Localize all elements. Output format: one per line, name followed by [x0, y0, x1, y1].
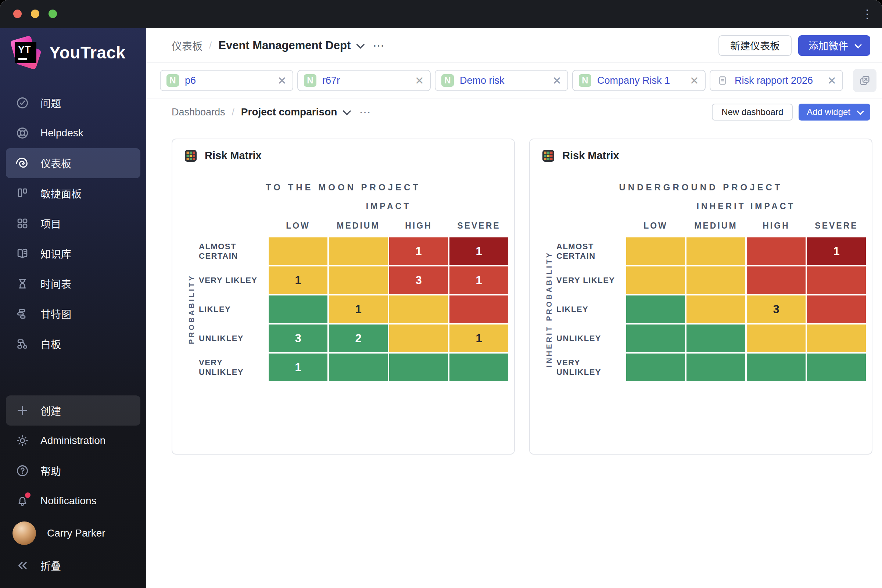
- matrix-cell-yellow: [626, 237, 685, 265]
- page-header: 仪表板 / Event Management Dept ⋯ 新建仪表板 添加微件: [146, 28, 882, 63]
- sidebar-item-dashboards[interactable]: 仪表板: [6, 148, 140, 178]
- youtrack-logo-icon: YT: [10, 38, 40, 67]
- dashboard-name[interactable]: Project comparison: [241, 106, 337, 118]
- row-label: VERY UNLIKLEY: [199, 354, 268, 381]
- filter-tab-company-risk-1[interactable]: NCompany Risk 1✕: [572, 70, 706, 91]
- matrix-cell-green: 1: [268, 354, 327, 381]
- zoom-button[interactable]: [48, 9, 57, 18]
- chevron-down-icon[interactable]: [357, 40, 365, 48]
- column-header-low: LOW: [268, 221, 327, 231]
- row-label: VERY LIKLEY: [199, 266, 268, 294]
- sidebar-item-user-profile[interactable]: Carry Parker: [6, 516, 140, 550]
- sidebar-item-label: 项目: [40, 216, 61, 231]
- help-icon: [15, 464, 29, 478]
- column-header-high: HIGH: [389, 221, 448, 231]
- close-button[interactable]: [13, 9, 22, 18]
- sidebar-item-create[interactable]: 创建: [6, 395, 140, 426]
- window-menu-icon[interactable]: ⋮: [861, 6, 874, 22]
- filter-tab-p6[interactable]: Np6✕: [160, 70, 293, 91]
- sidebar-item-collapse[interactable]: 折叠: [6, 550, 140, 580]
- minimize-button[interactable]: [31, 9, 39, 18]
- notification-dot: [25, 492, 30, 498]
- close-all-tabs-button[interactable]: [853, 69, 876, 92]
- row-label: ALMOST CERTAIN: [199, 237, 268, 265]
- sidebar-footer: 创建Administration帮助NotificationsCarry Par…: [0, 395, 146, 580]
- close-icon[interactable]: ✕: [824, 74, 836, 87]
- gantt-icon: [15, 307, 29, 321]
- close-icon[interactable]: ✕: [274, 74, 286, 87]
- app-logo[interactable]: YT YouTrack: [0, 28, 146, 67]
- close-icon[interactable]: ✕: [411, 74, 424, 87]
- risk-matrix-icon: [542, 150, 554, 162]
- matrix-cell-red: 1: [450, 266, 508, 294]
- column-header-severe: SEVERE: [807, 221, 866, 231]
- sidebar-item-knowledge-base[interactable]: 知识库: [6, 238, 140, 268]
- matrix-column-headers: LOWMEDIUMHIGHSEVERE: [268, 221, 508, 231]
- sidebar-item-notifications[interactable]: Notifications: [6, 486, 140, 516]
- new-dashboard-button-cn[interactable]: 新建仪表板: [718, 35, 792, 56]
- matrix-cell-green: [450, 354, 508, 381]
- matrix-cell-yellow: [687, 237, 745, 265]
- sidebar-item-whiteboards[interactable]: 白板: [6, 329, 140, 359]
- page-title[interactable]: Event Management Dept: [218, 39, 351, 52]
- avatar: [12, 522, 36, 545]
- filter-tab-demo-risk[interactable]: NDemo risk✕: [435, 70, 568, 91]
- agile-board-icon: [15, 186, 29, 200]
- matrix-cell-red: 3: [389, 266, 448, 294]
- matrix-cell-yellow: [329, 266, 388, 294]
- sidebar-item-timesheets[interactable]: 时间表: [6, 268, 140, 299]
- column-header-severe: SEVERE: [450, 221, 508, 231]
- knowledge-base-icon: [15, 247, 29, 261]
- column-header-medium: MEDIUM: [329, 221, 388, 231]
- sidebar-item-label: 知识库: [40, 246, 71, 261]
- sidebar-item-helpdesk[interactable]: Helpdesk: [6, 118, 140, 148]
- more-options-icon[interactable]: ⋯: [359, 105, 372, 119]
- matrix-cell-darkred: 1: [450, 237, 508, 265]
- matrix-cell-green: 2: [329, 324, 388, 352]
- close-icon[interactable]: ✕: [549, 74, 561, 87]
- matrix-cell-green: [687, 354, 745, 381]
- filter-tab-risk-rapport-2026[interactable]: Risk rapport 2026✕: [710, 70, 843, 91]
- filter-tab-label: r67r: [322, 75, 411, 86]
- matrix-cell-red: [450, 296, 508, 323]
- add-widget-button[interactable]: Add widget: [799, 104, 870, 120]
- chevron-down-icon: [856, 108, 864, 115]
- breadcrumb-root[interactable]: 仪表板: [172, 38, 202, 53]
- add-widget-button-cn[interactable]: 添加微件: [798, 35, 870, 56]
- gear-icon: [15, 434, 29, 448]
- widget-risk-matrix-1: Risk MatrixTO THE MOON PROJECTIMPACTLOWM…: [172, 138, 515, 454]
- new-dashboard-button[interactable]: New dashboard: [712, 104, 793, 120]
- row-label: VERY LIKLEY: [556, 266, 626, 294]
- sidebar-item-administration[interactable]: Administration: [6, 426, 140, 456]
- close-icon[interactable]: ✕: [686, 74, 699, 87]
- project-letter-badge: N: [166, 74, 179, 87]
- sidebar-item-label: 折叠: [40, 558, 61, 573]
- sidebar-item-gantt-charts[interactable]: 甘特图: [6, 299, 140, 329]
- sidebar-item-projects[interactable]: 项目: [6, 208, 140, 238]
- matrix-cell-yellow: 1: [268, 266, 327, 294]
- breadcrumb-dashboards[interactable]: Dashboards: [172, 106, 225, 118]
- column-header-low: LOW: [626, 221, 685, 231]
- project-filter-tabs: Np6✕Nr67r✕NDemo risk✕NCompany Risk 1✕Ris…: [146, 63, 882, 99]
- matrix-cell-yellow: [747, 324, 806, 352]
- sidebar-item-issues[interactable]: 问题: [6, 88, 140, 118]
- matrix-cell-yellow: [389, 296, 448, 323]
- sidebar-item-label: Carry Parker: [47, 527, 105, 539]
- matrix-cell-green: [747, 354, 806, 381]
- matrix-cell-green: 3: [268, 324, 327, 352]
- main-content: 仪表板 / Event Management Dept ⋯ 新建仪表板 添加微件…: [146, 28, 882, 588]
- chevron-down-icon: [854, 41, 862, 48]
- document-icon: [716, 74, 729, 87]
- filter-tab-r67r[interactable]: Nr67r✕: [297, 70, 431, 91]
- row-label: LIKLEY: [556, 296, 626, 323]
- plus-icon: [15, 404, 29, 417]
- sidebar-item-help[interactable]: 帮助: [6, 456, 140, 486]
- sidebar-item-label: Administration: [40, 435, 105, 447]
- matrix-cell-yellow: [389, 324, 448, 352]
- more-options-icon[interactable]: ⋯: [373, 39, 385, 52]
- chevron-down-icon[interactable]: [343, 107, 351, 116]
- filter-tab-label: Demo risk: [460, 75, 549, 86]
- sidebar-item-agile-boards[interactable]: 敏捷面板: [6, 178, 140, 208]
- widget-risk-matrix-2: Risk MatrixUNDERGROUND PROJECTINHERIT IM…: [529, 138, 873, 454]
- matrix-cell-yellow: [687, 296, 745, 323]
